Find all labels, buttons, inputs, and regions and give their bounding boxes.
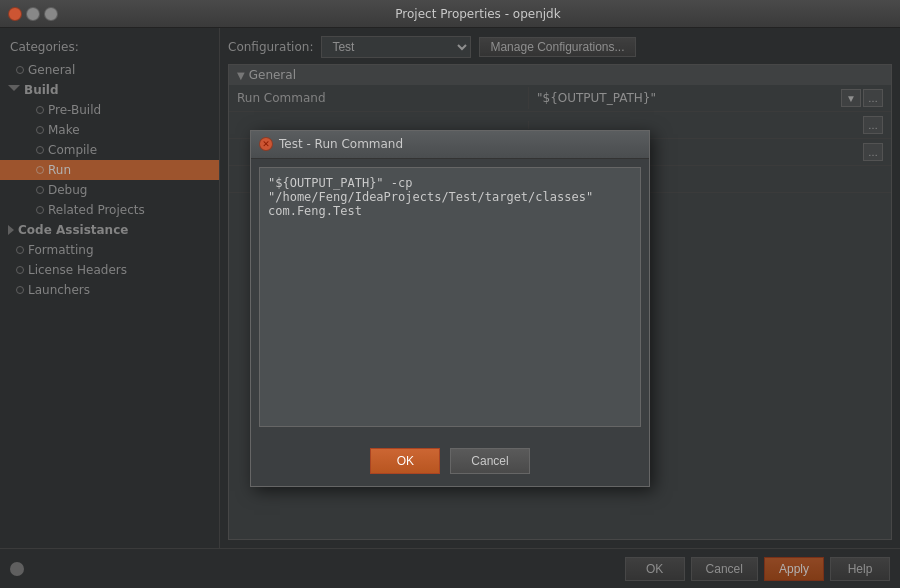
modal-titlebar: ✕ Test - Run Command [251,131,649,159]
window-controls [8,7,58,21]
modal-title: Test - Run Command [279,137,403,151]
modal-content: "${OUTPUT_PATH}" -cp "/home/Feng/IdeaPro… [251,159,649,438]
window-title: Project Properties - openjdk [64,7,892,21]
modal-buttons: OK Cancel [251,438,649,486]
modal-overlay: ✕ Test - Run Command "${OUTPUT_PATH}" -c… [0,28,900,588]
maximize-window-btn[interactable] [44,7,58,21]
modal-textarea[interactable]: "${OUTPUT_PATH}" -cp "/home/Feng/IdeaPro… [259,167,641,427]
titlebar: Project Properties - openjdk [0,0,900,28]
modal-cancel-button[interactable]: Cancel [450,448,529,474]
modal-ok-button[interactable]: OK [370,448,440,474]
modal-close-button[interactable]: ✕ [259,137,273,151]
modal-dialog: ✕ Test - Run Command "${OUTPUT_PATH}" -c… [250,130,650,487]
minimize-window-btn[interactable] [26,7,40,21]
close-window-btn[interactable] [8,7,22,21]
